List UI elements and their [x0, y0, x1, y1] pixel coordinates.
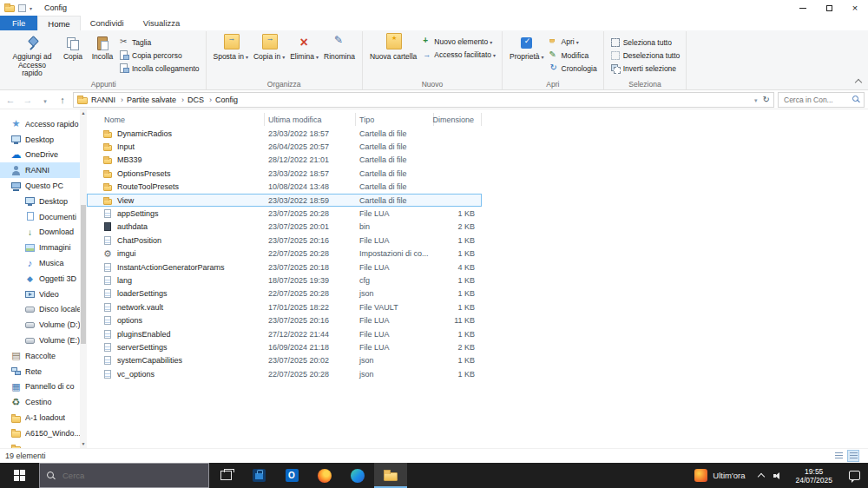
paste-shortcut-button[interactable]: Incolla collegamento — [117, 63, 201, 74]
maximize-button[interactable] — [816, 0, 842, 16]
sidebar-item[interactable]: A6150_Windo... — [0, 425, 87, 441]
delete-button[interactable]: Elimina — [287, 33, 321, 64]
column-header-modified[interactable]: Ultima modifica — [265, 113, 356, 126]
breadcrumb-item[interactable]: Partite salvate — [125, 96, 186, 104]
start-button[interactable] — [0, 463, 39, 488]
file-row[interactable]: InstantActionGeneratorParams 23/07/2025 … — [87, 260, 482, 274]
details-view-toggle[interactable] — [847, 450, 859, 462]
properties-button[interactable]: Proprietà — [507, 33, 547, 64]
file-row[interactable]: Input 26/04/2025 20:57 Cartella di file — [87, 140, 482, 153]
file-row[interactable]: authdata 23/07/2025 20:01 bin 2 KB — [87, 221, 482, 234]
refresh-icon[interactable] — [763, 95, 770, 104]
open-button[interactable]: Apri — [547, 36, 599, 48]
store-app-button[interactable] — [242, 463, 275, 488]
breadcrumb-bar[interactable]: RANNI Partite salvate DCS Config — [73, 92, 774, 108]
sidebar-item[interactable]: Documenti — [0, 209, 87, 225]
invert-selection-button[interactable]: Inverti selezione — [608, 63, 682, 74]
file-row[interactable]: View 23/03/2022 18:59 Cartella di file — [87, 194, 482, 207]
sidebar-item[interactable]: Questo PC — [0, 178, 87, 194]
new-item-button[interactable]: Nuovo elemento — [419, 36, 497, 48]
copy-button[interactable]: Copia — [58, 33, 88, 63]
recent-locations-chevron-icon[interactable] — [38, 95, 52, 105]
news-widget[interactable]: Ultim'ora — [687, 469, 753, 482]
explorer-app-button[interactable] — [374, 463, 407, 488]
file-row[interactable]: network.vault 17/01/2025 18:22 File VAUL… — [87, 300, 482, 313]
sidebar-item[interactable]: RANNI — [0, 162, 87, 178]
sidebar-item[interactable]: Raccolte — [0, 348, 87, 364]
ribbon-tab[interactable]: Visualizza — [134, 16, 190, 30]
file-row[interactable]: OptionsPresets 23/03/2022 18:57 Cartella… — [87, 167, 482, 180]
sidebar-item[interactable]: Desktop — [0, 132, 87, 148]
back-button[interactable] — [3, 95, 17, 105]
file-row[interactable]: options 23/07/2025 20:16 File LUA 11 KB — [87, 313, 482, 326]
easy-access-button[interactable]: Accesso facilitato — [419, 49, 497, 61]
task-view-button[interactable] — [209, 463, 242, 488]
sidebar-item[interactable]: Pannello di co — [0, 379, 87, 395]
file-row[interactable]: imgui 22/07/2025 20:28 Impostazioni di c… — [87, 247, 482, 260]
rename-button[interactable]: Rinomina — [321, 33, 358, 63]
show-hidden-icons-button[interactable] — [753, 472, 770, 479]
edge-app-button[interactable] — [341, 463, 374, 488]
copy-to-button[interactable]: Copia in — [251, 33, 287, 64]
sidebar-item[interactable]: Accesso rapido — [0, 116, 87, 132]
file-row[interactable]: serverSettings 16/09/2024 21:18 File LUA… — [87, 340, 482, 353]
file-row[interactable]: ChatPosition 23/07/2025 20:16 File LUA 1… — [87, 234, 482, 247]
qat-button-icon[interactable] — [18, 4, 26, 12]
search-input[interactable] — [782, 95, 850, 105]
cut-button[interactable]: Taglia — [117, 36, 201, 48]
taskbar-search-input[interactable] — [61, 470, 201, 481]
sidebar-item[interactable]: Download — [0, 225, 87, 241]
scroll-down-arrow-icon[interactable]: ▼ — [80, 440, 87, 448]
history-button[interactable]: Cronologia — [547, 63, 599, 74]
sidebar-item[interactable]: Rete — [0, 364, 87, 379]
sidebar-item[interactable]: Musica — [0, 255, 87, 271]
deselect-all-button[interactable]: Deseleziona tutto — [608, 49, 682, 61]
list-view-toggle[interactable] — [832, 450, 845, 462]
sidebar-item[interactable]: Cestino — [0, 394, 87, 410]
file-row[interactable]: RouteToolPresets 10/08/2024 13:48 Cartel… — [87, 181, 482, 194]
column-header-name[interactable]: Nome — [87, 113, 265, 126]
firefox-app-button[interactable] — [308, 463, 341, 488]
sidebar-item[interactable]: Disco locale — [0, 302, 87, 318]
select-all-button[interactable]: Seleziona tutto — [608, 36, 682, 48]
tab-file[interactable]: File — [0, 16, 37, 30]
breadcrumb-item[interactable]: Config — [214, 96, 240, 104]
outlook-app-button[interactable] — [275, 463, 308, 488]
file-row[interactable]: lang 18/07/2025 19:39 cfg 1 KB — [87, 274, 482, 287]
move-to-button[interactable]: Sposta in — [211, 33, 251, 64]
file-row[interactable]: DynamicRadios 23/03/2022 18:57 Cartella … — [87, 127, 482, 140]
collapse-ribbon-chevron-icon[interactable] — [855, 79, 862, 86]
file-row[interactable]: pluginsEnabled 27/12/2022 21:44 File LUA… — [87, 327, 482, 340]
sidebar-item[interactable]: Desktop — [0, 194, 87, 209]
file-row[interactable]: vc_options 22/07/2025 20:28 json 1 KB — [87, 367, 482, 380]
up-button[interactable] — [56, 95, 69, 105]
sidebar-item[interactable]: OneDrive — [0, 148, 87, 163]
minimize-button[interactable] — [790, 0, 816, 16]
action-center-button[interactable] — [840, 471, 868, 480]
file-row[interactable]: systemCapabilities 23/07/2025 20:02 json… — [87, 354, 482, 367]
sidebar-item[interactable]: Video — [0, 287, 87, 302]
new-folder-button[interactable]: Nuova cartella — [367, 33, 419, 63]
pin-to-quick-access-button[interactable]: Aggiungi ad Accesso rapido — [6, 33, 58, 80]
sidebar-item[interactable] — [0, 441, 87, 448]
taskbar-clock[interactable]: 19:55 24/07/2025 — [787, 467, 840, 485]
scrollbar-thumb[interactable] — [81, 205, 86, 344]
ribbon-tab[interactable]: Condividi — [81, 16, 134, 30]
ribbon-tab[interactable]: Home — [37, 16, 80, 30]
sidebar-scrollbar[interactable]: ▲ ▼ — [80, 109, 87, 448]
file-row[interactable]: loaderSettings 22/07/2025 20:28 json 1 K… — [87, 287, 482, 300]
edit-button[interactable]: Modifica — [547, 49, 599, 61]
forward-button[interactable] — [21, 95, 35, 105]
file-row[interactable]: MB339 28/12/2022 21:01 Cartella di file — [87, 154, 482, 167]
paste-button[interactable]: Incolla — [88, 33, 117, 63]
scroll-up-arrow-icon[interactable]: ▲ — [80, 109, 87, 117]
column-header-type[interactable]: Tipo — [356, 113, 434, 126]
sidebar-item[interactable]: Volume (E:) — [0, 333, 87, 348]
address-dropdown-chevron-icon[interactable] — [754, 95, 758, 104]
breadcrumb-item[interactable]: DCS — [186, 96, 214, 104]
column-header-size[interactable]: Dimensione — [434, 113, 482, 126]
sidebar-item[interactable]: Immagini — [0, 240, 87, 255]
file-row[interactable]: appSettings 23/07/2025 20:28 File LUA 1 … — [87, 207, 482, 220]
sidebar-item[interactable]: Oggetti 3D — [0, 271, 87, 287]
copy-path-button[interactable]: Copia percorso — [117, 49, 201, 61]
